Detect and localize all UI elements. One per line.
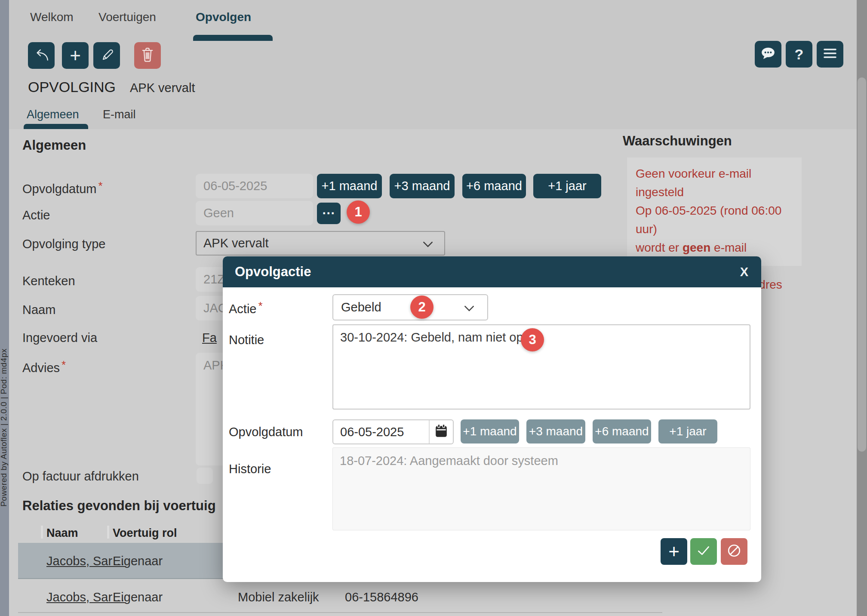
required-marker: * (98, 179, 103, 192)
tab-welkom[interactable]: Welkom (30, 10, 74, 24)
calendar-icon (435, 424, 448, 440)
ingevoerd-via-label: Ingevoerd via (22, 331, 97, 345)
edit-button[interactable] (93, 42, 120, 69)
ingevoerd-via-link[interactable]: Fa (202, 331, 217, 345)
modal-date-group: 06-05-2025 (332, 419, 454, 444)
op-factuur-label: Op factuur afdrukken (22, 469, 139, 484)
back-button[interactable] (28, 42, 55, 69)
opvolging-type-select[interactable]: APK vervalt (196, 231, 445, 256)
trash-icon (141, 47, 154, 64)
column-header-voertuig-rol[interactable]: Voertuig rol (113, 527, 177, 540)
subtab-email[interactable]: E-mail (103, 108, 136, 121)
warning-line: Geen voorkeur e-mail ingesteld (636, 164, 793, 201)
opvolgdatum-field: 06-05-2025 (196, 174, 313, 198)
plus-icon: + (70, 43, 81, 68)
modal-opvolgdatum-label: Opvolgdatum (229, 425, 303, 439)
page-subtitle: APK vervalt (130, 81, 195, 95)
relation-phone-number: 06-15864896 (345, 590, 418, 604)
op-factuur-checkbox[interactable] (197, 468, 213, 484)
opvolgactie-modal: Opvolgactie X Actie* Gebeld 2 Notitie 30… (223, 256, 761, 582)
column-separator (107, 526, 109, 539)
opvolgdatum-label: Opvolgdatum* (22, 179, 103, 196)
required-marker: * (61, 358, 66, 371)
pencil-icon (99, 47, 114, 64)
subtab-algemeen[interactable]: Algemeen (27, 108, 79, 121)
speech-bubble-icon (760, 46, 776, 62)
relations-title: Relaties gevonden bij voertuig (22, 498, 216, 514)
modal-notitie-label: Notitie (229, 333, 264, 347)
left-edge-strip (0, 0, 9, 616)
step-badge-1: 1 (347, 200, 370, 224)
advies-label: Advies* (22, 358, 66, 375)
modal-add-button[interactable]: + (661, 538, 687, 565)
modal-plus-1-month-button[interactable]: +1 maand (461, 419, 519, 444)
back-arrow-icon (34, 48, 49, 63)
relation-role: Eigenaar (113, 590, 163, 604)
opvolging-type-label: Opvolging type (22, 237, 105, 251)
cancel-slash-icon (727, 543, 741, 560)
plus-1-year-button[interactable]: +1 jaar (533, 174, 601, 198)
add-button[interactable]: + (62, 42, 89, 69)
modal-confirm-button[interactable] (690, 538, 717, 565)
modal-historie-label: Historie (229, 462, 271, 476)
section-title: Algemeen (22, 138, 86, 153)
close-icon[interactable]: X (740, 265, 748, 279)
warning-line: Op 06-05-2025 (rond 06:00 uur) (636, 201, 793, 238)
question-icon: ? (795, 46, 804, 63)
modal-plus-1-year-button[interactable]: +1 jaar (658, 419, 717, 444)
powered-by-vertical-text: Powered by Autoflex | 2.0.0 | Pod: md4px (0, 348, 9, 507)
checkmark-icon (697, 545, 710, 558)
relation-phone-type: Mobiel zakelijk (238, 590, 319, 604)
plus-6-month-button[interactable]: +6 maand (462, 174, 526, 198)
hamburger-icon (823, 48, 837, 61)
page-scrollbar-thumb[interactable] (858, 77, 866, 452)
menu-button[interactable] (817, 41, 843, 68)
warnings-title: Waarschuwingen (623, 133, 732, 149)
active-tab-underline (193, 35, 273, 41)
warnings-box: Geen voorkeur e-mail ingesteld Op 06-05-… (627, 157, 802, 266)
chat-button[interactable] (755, 41, 781, 68)
column-separator (41, 526, 43, 539)
required-marker: * (258, 299, 262, 312)
chevron-down-icon (464, 305, 474, 311)
chevron-down-icon (423, 241, 433, 247)
plus-1-month-button[interactable]: +1 maand (317, 174, 382, 198)
tab-voertuigen[interactable]: Voertuigen (98, 10, 156, 24)
relation-role: Eigenaar (113, 554, 163, 568)
help-button[interactable]: ? (786, 41, 812, 68)
modal-plus-3-month-button[interactable]: +3 maand (526, 419, 585, 444)
table-divider (18, 612, 662, 613)
modal-cancel-button[interactable] (721, 538, 747, 565)
tab-opvolgen[interactable]: Opvolgen (196, 10, 251, 24)
step-badge-2: 2 (410, 296, 434, 319)
modal-actie-label: Actie* (229, 299, 263, 316)
plus-icon: + (668, 539, 679, 564)
column-header-naam[interactable]: Naam (46, 527, 78, 540)
page-title: OPVOLGING (28, 79, 116, 95)
modal-date-input[interactable]: 06-05-2025 (333, 425, 429, 439)
calendar-button[interactable] (430, 424, 453, 440)
actie-more-button[interactable]: ··· (317, 203, 341, 224)
active-subtab-underline (24, 124, 88, 129)
delete-button[interactable] (134, 42, 161, 69)
plus-3-month-button[interactable]: +3 maand (390, 174, 455, 198)
step-badge-3: 3 (521, 328, 544, 351)
modal-title: Opvolgactie (235, 264, 311, 280)
actie-field: Geen (196, 201, 313, 225)
naam-label: Naam (22, 303, 55, 317)
kenteken-label: Kenteken (22, 274, 75, 288)
modal-plus-6-month-button[interactable]: +6 maand (593, 419, 651, 444)
actie-label: Actie (22, 208, 50, 222)
modal-historie-textarea: 18-07-2024: Aangemaakt door systeem (332, 447, 750, 530)
